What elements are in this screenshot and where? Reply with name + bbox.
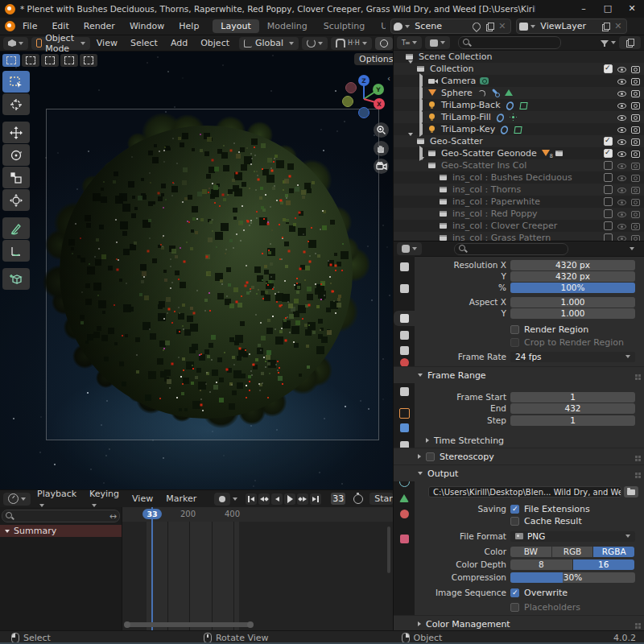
frame-start-field-timeline[interactable]: Start 1 [369, 493, 393, 505]
hide-viewport-icon[interactable] [617, 76, 626, 85]
outliner-row[interactable]: ins_col : Red Poppy [394, 208, 644, 220]
expander-icon[interactable] [5, 530, 10, 533]
disable-render-icon[interactable] [630, 209, 641, 218]
output-panel-header[interactable]: Output [394, 464, 644, 481]
timeline-editor[interactable]: 200 400 ↔ Summary 33 [0, 507, 393, 630]
outliner-item-label[interactable]: Collection [430, 64, 473, 74]
hide-viewport-icon[interactable] [617, 137, 626, 146]
disable-render-icon[interactable] [630, 233, 641, 242]
disable-render-icon[interactable] [630, 137, 641, 146]
resolution-percentage-slider[interactable]: 100% [510, 283, 635, 293]
outliner-row[interactable]: ins_col : Grass Pattern [394, 232, 644, 242]
disable-render-icon[interactable] [630, 64, 641, 73]
viewlayer-selector[interactable]: ViewLayer ✕ [516, 19, 627, 34]
play-reverse-button[interactable] [271, 493, 283, 505]
outliner-item-label[interactable]: Geo-Scatter Geonode [441, 148, 537, 159]
frame-start-field[interactable]: 1 [510, 392, 635, 402]
disable-render-icon[interactable] [630, 125, 641, 134]
compression-slider[interactable]: 30% [510, 572, 635, 583]
depth-16-option[interactable]: 16 [573, 559, 635, 570]
expander-icon[interactable] [408, 133, 413, 147]
channel-search[interactable]: ↔ [2, 510, 120, 522]
outliner-item-label[interactable]: Sphere [441, 88, 473, 98]
collection-checkbox[interactable] [604, 149, 613, 158]
file-extensions-checkbox[interactable] [510, 505, 519, 514]
stereoscopy-panel-header[interactable]: Stereoscopy [394, 448, 644, 464]
properties-editor-type[interactable] [397, 242, 422, 255]
stereoscopy-checkbox[interactable] [426, 452, 435, 461]
outliner-row[interactable]: Collection [394, 63, 644, 75]
hide-viewport-icon[interactable] [617, 233, 626, 242]
current-frame-field[interactable]: 33 [331, 493, 345, 505]
sidebar-toggle-icon[interactable]: ‹ [387, 74, 390, 83]
collection-checkbox[interactable] [604, 209, 613, 218]
color-management-panel-header[interactable]: Color Management [394, 615, 644, 630]
color-rgb-option[interactable]: RGB [552, 547, 593, 557]
snap-toggle-button[interactable]: H·H [331, 37, 372, 50]
viewport-3d[interactable]: Z Y X ‹ [0, 52, 393, 489]
tool-measure[interactable] [2, 240, 30, 262]
tool-cursor[interactable] [2, 93, 30, 115]
properties-search[interactable] [454, 243, 568, 255]
collection-checkbox[interactable] [604, 233, 613, 242]
resolution-x-field[interactable]: 4320 px [510, 260, 635, 270]
timeline-horizontal-scrollbar[interactable] [126, 622, 251, 627]
tool-add-cube[interactable] [2, 268, 30, 290]
collection-checkbox[interactable] [604, 197, 613, 206]
viewlayer-name[interactable]: ViewLayer [540, 21, 595, 31]
checkbox-label[interactable]: Overwrite [524, 588, 568, 598]
cache-result-checkbox[interactable] [510, 517, 519, 526]
outliner-item-label[interactable]: Scene Collection [419, 52, 492, 62]
outliner-item-label[interactable]: ins_col : Thorns [452, 184, 521, 195]
tool-transform[interactable] [2, 189, 30, 211]
outliner-row[interactable]: Sphere [394, 87, 644, 99]
camera-view-button[interactable] [374, 159, 389, 174]
outliner-item-label[interactable]: TriLamp-Back [441, 100, 501, 110]
properties-tab-modifiers[interactable] [394, 420, 415, 436]
tool-rotate[interactable] [2, 144, 30, 166]
outliner-search[interactable] [458, 36, 561, 49]
placeholders-checkbox[interactable] [510, 603, 519, 612]
play-button[interactable] [284, 493, 295, 505]
outliner-item-label[interactable]: ins_col : Paperwhite [452, 196, 540, 207]
preview-range-toggle[interactable] [353, 494, 363, 504]
disable-render-icon[interactable] [630, 221, 641, 230]
jump-to-end-button[interactable] [310, 493, 321, 505]
viewport-menu-view[interactable]: View [90, 38, 124, 48]
outliner-item-label[interactable]: ins_col : Clover Creeper [452, 221, 557, 231]
checkbox-label[interactable]: Cache Result [524, 516, 582, 526]
output-path-field[interactable]: C:\Users\Kirill\Desktop\Blen... Wild Dry… [428, 486, 621, 497]
outliner-row[interactable]: TriLamp-Fill [394, 111, 644, 123]
disable-render-icon[interactable] [630, 113, 641, 122]
expander-icon[interactable] [419, 157, 424, 171]
crop-region-checkbox[interactable] [510, 338, 519, 347]
render-region-checkbox[interactable] [510, 325, 519, 334]
select-paint-button[interactable] [80, 54, 97, 67]
depth-8-option[interactable]: 8 [510, 559, 572, 570]
frame-rate-dropdown[interactable]: 24 fps [510, 352, 635, 362]
outliner-row[interactable]: Camera [394, 75, 644, 87]
keying-menu[interactable]: Keying [83, 489, 126, 510]
zoom-button[interactable] [374, 122, 389, 138]
pan-hand-button[interactable] [374, 141, 389, 156]
maximize-button[interactable]: □ [596, 0, 620, 18]
expander-icon[interactable] [408, 60, 413, 74]
tool-move[interactable] [2, 122, 30, 143]
outliner-row[interactable]: ins_col : Clover Creeper [394, 220, 644, 232]
outliner-item-label[interactable]: TriLamp-Fill [441, 112, 491, 122]
timeline-vertical-scrollbar[interactable] [387, 526, 390, 573]
summary-channel[interactable]: Summary [0, 525, 122, 537]
menu-help[interactable]: Help [171, 21, 206, 31]
menu-window[interactable]: Window [122, 21, 171, 31]
menu-file[interactable]: File [15, 21, 44, 31]
mode-dropdown[interactable]: Object Mode [31, 37, 90, 50]
disable-render-icon[interactable] [630, 185, 641, 194]
hide-viewport-icon[interactable] [617, 89, 626, 97]
disable-render-icon[interactable] [630, 149, 641, 158]
collection-checkbox[interactable] [604, 137, 613, 146]
browse-folder-button[interactable] [624, 486, 638, 497]
color-bw-option[interactable]: BW [510, 547, 551, 557]
menu-render[interactable]: Render [76, 21, 122, 31]
properties-tab-view-layer[interactable] [394, 328, 415, 343]
outliner-row[interactable]: ins_col : Paperwhite [394, 196, 644, 208]
